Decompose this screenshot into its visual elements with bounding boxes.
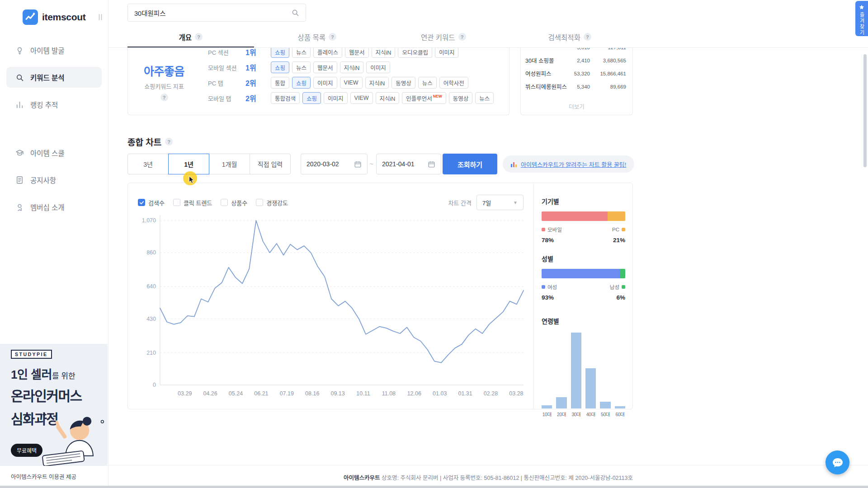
tab-search-optimization[interactable]: 검색최적화? <box>507 26 633 47</box>
legend-competition[interactable]: 경쟁강도 <box>256 198 288 207</box>
svg-text:05.24: 05.24 <box>229 390 243 397</box>
sidebar-item-keyword-analysis[interactable]: 키워드 분석 <box>6 67 102 88</box>
tag-chip[interactable]: 지식iN <box>340 61 364 73</box>
tag-chip[interactable]: 통합 <box>271 77 289 89</box>
legend-search-volume[interactable]: 검색수 <box>138 198 165 207</box>
score-row-rank: 2위 <box>245 77 271 88</box>
sidebar-item-label: 랭킹 추적 <box>30 99 58 109</box>
score-rows: PC 섹션1위쇼핑뉴스플레이스웹문서지식iN오디오클립이미지모바일 섹션1위쇼핑… <box>208 48 505 108</box>
favorites-tab[interactable]: 즐겨찾기 <box>855 1 868 36</box>
tag-chip[interactable]: 웹문서 <box>313 61 337 73</box>
range-button-group: 3년1년1개월직접 입력 <box>127 154 291 174</box>
help-icon[interactable]: ? <box>329 33 336 41</box>
related-keyword-row[interactable]: 30대 쇼핑몰2,4103,680,565 <box>525 54 626 67</box>
ad-illustration <box>38 409 108 466</box>
query-button[interactable]: 조회하기 <box>443 154 497 174</box>
tag-chip[interactable]: 쇼핑 <box>292 77 311 89</box>
tag-chip[interactable]: 쇼핑 <box>271 61 289 73</box>
lightbulb-icon <box>15 46 24 55</box>
legend-click-trend[interactable]: 클릭 트렌드 <box>173 198 212 207</box>
score-row: PC 섹션1위쇼핑뉴스플레이스웹문서지식iN오디오클립이미지 <box>208 48 505 58</box>
tag-chip[interactable]: 이미지 <box>313 77 337 89</box>
tag-chip[interactable]: 쇼핑 <box>271 48 289 58</box>
tag-chip[interactable]: 지식iN <box>365 77 389 89</box>
svg-text:0: 0 <box>153 382 156 388</box>
svg-text:430: 430 <box>146 316 156 322</box>
svg-text:10.11: 10.11 <box>356 390 370 397</box>
scrollbar-thumb[interactable] <box>863 54 867 167</box>
sidebar-item-notices[interactable]: 공지사항 <box>6 169 102 190</box>
mobile-dot-icon <box>542 228 545 231</box>
help-icon[interactable]: ? <box>458 33 466 41</box>
range-button-1m[interactable]: 1개월 <box>209 154 250 174</box>
help-icon[interactable]: ? <box>165 138 173 145</box>
tab-overview[interactable]: 개요? <box>127 26 254 47</box>
legend-product-count[interactable]: 상품수 <box>221 198 247 207</box>
tag-chip[interactable]: 동영상 <box>449 92 473 104</box>
sidebar-ad-banner[interactable]: STUDYPIE 1인 셀러를 위한 온라인커머스 심화과정 무료혜택 <box>0 344 108 466</box>
age-label: 10대 <box>542 411 552 418</box>
tag-chip[interactable]: 이미지 <box>324 92 348 104</box>
related-keyword-row[interactable]: 5,610127,811 <box>525 48 626 54</box>
sidebar-item-item-school[interactable]: 아이템 스쿨 <box>6 142 102 163</box>
pc-label: PC <box>612 227 619 232</box>
score-row-tags: 통합검색쇼핑이미지VIEW지식iN인플루언서NEW동영상뉴스 <box>271 92 494 104</box>
tag-chip[interactable]: 이미지 <box>366 61 390 73</box>
date-to-input[interactable]: 2021-04-01 <box>376 154 441 174</box>
sidebar-item-item-discovery[interactable]: 아이템 발굴 <box>6 40 102 61</box>
sidebar-item-rank-tracking[interactable]: 랭킹 추적 <box>6 94 102 115</box>
related-keyword-row[interactable]: 여성원피스53,32015,866,461 <box>525 67 626 80</box>
page-tabs: 개요?상품 목록?연관 키워드?검색최적화? <box>127 26 633 47</box>
sidebar-collapse-icon[interactable] <box>97 14 104 21</box>
keyword-search-box[interactable] <box>127 4 306 22</box>
device-bar <box>542 211 625 221</box>
range-button-custom[interactable]: 직접 입력 <box>250 154 291 174</box>
more-button[interactable]: 더보기 <box>521 102 632 111</box>
score-row: PC 탭2위통합쇼핑이미지VIEW지식iN동영상뉴스어학사전 <box>208 77 505 89</box>
tag-chip[interactable]: 쇼핑 <box>302 92 321 104</box>
sidebar-item-label: 멤버십 소개 <box>30 202 65 212</box>
sidebar-item-label: 키워드 분석 <box>30 72 65 82</box>
tag-chip[interactable]: 지식iN <box>376 92 400 104</box>
chat-button[interactable] <box>826 450 849 474</box>
tag-chip[interactable]: VIEW <box>350 92 373 104</box>
search-input[interactable] <box>134 9 291 16</box>
tag-chip[interactable]: 뉴스 <box>292 61 311 73</box>
tag-chip[interactable]: 뉴스 <box>292 48 311 58</box>
related-total: 127,811 <box>590 48 626 50</box>
tag-chip[interactable]: 뉴스 <box>418 77 437 89</box>
tab-product-list[interactable]: 상품 목록? <box>254 26 381 47</box>
sidebar-item-membership[interactable]: 멤버십 소개 <box>6 197 102 217</box>
ad-headline-2: 온라인커머스 <box>11 385 97 405</box>
related-count: 5,340 <box>567 84 590 89</box>
sidebar: itemscout 아이템 발굴키워드 분석랭킹 추적아이템 스쿨공지사항멤버십… <box>0 0 108 488</box>
help-icon[interactable]: ? <box>584 33 591 41</box>
help-icon[interactable]: ? <box>195 33 203 41</box>
tag-chip[interactable]: 뉴스 <box>475 92 494 104</box>
search-icon[interactable] <box>291 9 299 17</box>
tag-chip[interactable]: 플레이스 <box>313 48 342 58</box>
date-from-input[interactable]: 2020-03-02 <box>301 154 368 174</box>
tag-chip[interactable]: 웹문서 <box>345 48 369 58</box>
chart-tip-link[interactable]: 아이템스카우트가 알려주는 차트 활용 꿀팁! <box>503 155 634 173</box>
tag-chip[interactable]: 통합검색 <box>271 92 300 104</box>
tag-chip[interactable]: 오디오클립 <box>398 48 432 58</box>
related-keyword-row[interactable]: 뷔스티에롱원피스5,34089,669 <box>525 80 626 93</box>
help-icon[interactable]: ? <box>160 94 168 101</box>
tag-chip[interactable]: 이미지 <box>435 48 459 58</box>
tag-chip[interactable]: 동영상 <box>392 77 415 89</box>
tag-chip[interactable]: 인플루언서NEW <box>402 92 446 104</box>
checkbox-icon <box>138 199 145 206</box>
tag-chip[interactable]: VIEW <box>340 77 363 89</box>
mouse-cursor-icon <box>189 176 196 186</box>
range-button-3y[interactable]: 3년 <box>127 154 169 174</box>
related-count: 2,410 <box>567 58 590 63</box>
menu-group-gap <box>6 121 102 142</box>
interval-value: 7일 <box>482 198 491 207</box>
tag-chip[interactable]: 지식iN <box>372 48 396 58</box>
tab-related-keywords[interactable]: 연관 키워드? <box>380 26 507 47</box>
tag-chip[interactable]: 어학사전 <box>439 77 468 89</box>
logo[interactable]: itemscout <box>23 9 86 25</box>
svg-text:02.28: 02.28 <box>484 390 498 397</box>
score-row: 모바일 섹션1위쇼핑뉴스웹문서지식iN이미지 <box>208 61 505 73</box>
